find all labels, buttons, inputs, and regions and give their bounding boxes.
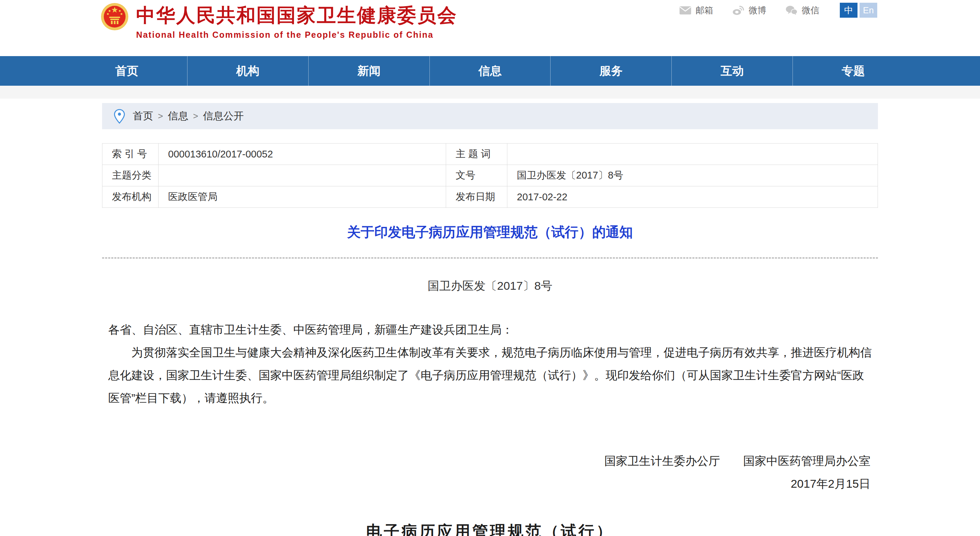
site-header: 中华人民共和国国家卫生健康委员会 National Health Commiss… bbox=[0, 0, 980, 56]
meta-label-publish-date: 发布日期 bbox=[446, 186, 508, 208]
meta-value-doc-number: 国卫办医发〔2017〕8号 bbox=[508, 165, 878, 186]
signature-date: 2017年2月15日 bbox=[102, 473, 870, 495]
signature-organizations: 国家卫生计生委办公厅 国家中医药管理局办公室 bbox=[102, 450, 870, 473]
location-pin-icon bbox=[114, 109, 125, 124]
breadcrumb-current: 信息公开 bbox=[203, 109, 243, 123]
meta-value-publish-date: 2017-02-22 bbox=[508, 186, 878, 208]
article-doc-number: 国卫办医发〔2017〕8号 bbox=[102, 278, 878, 294]
article-paragraph: 为贯彻落实全国卫生与健康大会精神及深化医药卫生体制改革有关要求，规范电子病历临床… bbox=[108, 341, 872, 409]
lang-en-button[interactable]: En bbox=[859, 3, 877, 18]
wechat-label: 微信 bbox=[802, 5, 819, 16]
document-meta-table: 索 引 号 000013610/2017-00052 主 题 词 主题分类 文号… bbox=[102, 143, 878, 208]
lang-zh-button[interactable]: 中 bbox=[840, 3, 858, 18]
meta-value-category bbox=[159, 165, 446, 186]
weibo-link[interactable]: 微博 bbox=[732, 5, 766, 16]
nav-item-info[interactable]: 信息 bbox=[430, 56, 550, 86]
dashed-separator bbox=[102, 257, 878, 258]
breadcrumb: 首页 > 信息 > 信息公开 bbox=[102, 103, 878, 129]
header-quick-links: 邮箱 微博 微信 中 bbox=[660, 3, 877, 18]
nav-item-home[interactable]: 首页 bbox=[66, 56, 187, 86]
meta-label-subject-words: 主 题 词 bbox=[446, 144, 508, 165]
meta-value-issuing-agency: 医政医管局 bbox=[159, 186, 446, 208]
breadcrumb-separator: > bbox=[193, 111, 198, 121]
meta-label-index-number: 索 引 号 bbox=[102, 144, 159, 165]
meta-label-doc-number: 文号 bbox=[446, 165, 508, 186]
nav-item-orgs[interactable]: 机构 bbox=[187, 56, 308, 86]
meta-label-issuing-agency: 发布机构 bbox=[102, 186, 159, 208]
meta-label-category: 主题分类 bbox=[102, 165, 159, 186]
attachment-title: 电子病历应用管理规范（试行） bbox=[102, 521, 878, 536]
article-body: 各省、自治区、直辖市卫生计生委、中医药管理局，新疆生产建设兵团卫生局： 为贯彻落… bbox=[102, 318, 878, 409]
site-subtitle: National Health Commission of the People… bbox=[136, 30, 457, 40]
weibo-label: 微博 bbox=[749, 5, 766, 16]
language-switcher: 中 En bbox=[840, 3, 877, 18]
breadcrumb-link-info[interactable]: 信息 bbox=[168, 109, 188, 123]
main-nav: 首页 机构 新闻 信息 服务 互动 专题 bbox=[0, 56, 980, 86]
site-title: 中华人民共和国国家卫生健康委员会 bbox=[136, 5, 457, 26]
meta-value-index-number: 000013610/2017-00052 bbox=[159, 144, 446, 165]
nav-item-news[interactable]: 新闻 bbox=[308, 56, 430, 86]
nav-item-topics[interactable]: 专题 bbox=[792, 56, 914, 86]
wechat-link[interactable]: 微信 bbox=[785, 5, 819, 16]
content-area: 首页 > 信息 > 信息公开 索 引 号 000013610/2017-0005… bbox=[102, 103, 878, 536]
site-brand: 中华人民共和国国家卫生健康委员会 National Health Commiss… bbox=[101, 3, 457, 40]
mail-link[interactable]: 邮箱 bbox=[679, 5, 713, 16]
subnav-strip bbox=[0, 86, 980, 98]
national-emblem-logo bbox=[101, 3, 129, 31]
mail-icon bbox=[679, 6, 692, 15]
weibo-icon bbox=[732, 5, 745, 15]
article-signature: 国家卫生计生委办公厅 国家中医药管理局办公室 2017年2月15日 bbox=[102, 450, 878, 495]
meta-value-subject-words bbox=[508, 144, 878, 165]
article-salutation: 各省、自治区、直辖市卫生计生委、中医药管理局，新疆生产建设兵团卫生局： bbox=[108, 318, 872, 341]
page: 中华人民共和国国家卫生健康委员会 National Health Commiss… bbox=[0, 0, 980, 536]
nav-item-interact[interactable]: 互动 bbox=[671, 56, 792, 86]
nav-item-services[interactable]: 服务 bbox=[550, 56, 671, 86]
article-title: 关于印发电子病历应用管理规范（试行）的通知 bbox=[102, 223, 878, 241]
main-nav-inner: 首页 机构 新闻 信息 服务 互动 专题 bbox=[66, 56, 914, 86]
brand-text: 中华人民共和国国家卫生健康委员会 National Health Commiss… bbox=[136, 3, 457, 40]
table-row: 索 引 号 000013610/2017-00052 主 题 词 bbox=[102, 144, 878, 165]
wechat-icon bbox=[785, 5, 798, 15]
breadcrumb-separator: > bbox=[158, 111, 163, 121]
table-row: 主题分类 文号 国卫办医发〔2017〕8号 bbox=[102, 165, 878, 186]
mail-label: 邮箱 bbox=[695, 5, 713, 16]
breadcrumb-link-home[interactable]: 首页 bbox=[133, 109, 153, 123]
table-row: 发布机构 医政医管局 发布日期 2017-02-22 bbox=[102, 186, 878, 208]
